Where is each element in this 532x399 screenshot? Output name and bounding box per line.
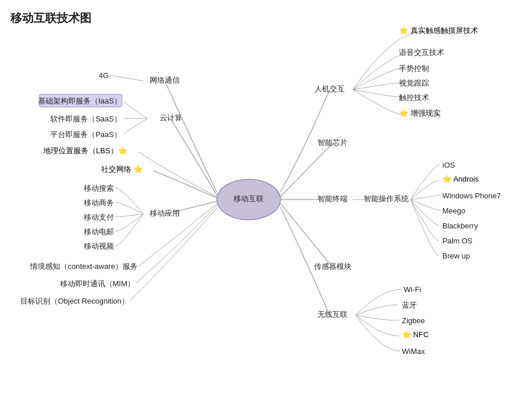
node-wifi: Wi-Fi <box>404 285 421 294</box>
node-context: 情境感知（context-aware）服务 <box>29 262 138 271</box>
node-chip: 智能芯片 <box>317 138 348 147</box>
node-palmos: Palm OS <box>442 237 472 245</box>
mindmap-diagram: 移动互联 人机交互 ⭐ 真实触感触摸屏技术 语音交互技术 手势控制 视觉跟踪 触… <box>0 0 532 399</box>
node-mobilepay: 移动支付 <box>84 213 114 221</box>
node-network: 网络通信 <box>150 76 180 84</box>
node-blackberry: Blackberry <box>442 221 478 230</box>
node-mobileapp: 移动应用 <box>150 209 180 217</box>
node-wimax: WiMax <box>402 347 425 356</box>
node-brewup: Brew up <box>442 252 470 260</box>
node-mobilevideo: 移动视频 <box>84 242 114 250</box>
node-lbs: 地理位置服务（LBS）⭐ <box>43 146 128 156</box>
node-mobilecommerce: 移动商务 <box>84 198 114 207</box>
node-ios: iOS <box>442 161 455 169</box>
node-iaas: 基础架构即服务（IaaS） <box>38 97 121 105</box>
node-zigbee: Zigbee <box>402 316 425 325</box>
node-zengjia: ⭐ 增强现实 <box>399 108 441 118</box>
node-sensor: 传感器模块 <box>314 262 352 271</box>
node-wireless: 无线互联 <box>317 310 348 319</box>
node-winphone: Windows Phone7 <box>442 191 501 200</box>
node-bluetooth: 蓝牙 <box>402 301 417 309</box>
node-terminal: 智能终端 <box>317 194 348 203</box>
node-cloud: 云计算 <box>160 113 182 122</box>
node-android: ⭐ Androis <box>442 174 479 184</box>
center-label: 移动互联 <box>234 194 264 203</box>
node-meego: Meego <box>442 206 466 215</box>
node-mobileemail: 移动电邮 <box>84 227 114 236</box>
node-social: 社交网络 ⭐ <box>101 164 143 174</box>
node-os: 智能操作系统 <box>364 194 409 203</box>
node-yuyin: 语音交互技术 <box>399 48 444 57</box>
node-objrec: 目标识别（Object Recognition） <box>20 297 129 305</box>
node-shoushi: 手势控制 <box>399 64 429 73</box>
node-4g: 4G <box>99 71 109 80</box>
node-paas: 平台即服务（PaaS） <box>50 130 121 139</box>
node-chukong: 触控技术 <box>399 93 429 102</box>
node-shijue: 视觉跟踪 <box>399 79 429 87</box>
node-mim: 移动即时通讯（MIM） <box>60 279 135 288</box>
node-renjiao: 人机交互 <box>315 84 345 93</box>
star-zhenshi: ⭐ 真实触感触摸屏技术 <box>399 25 478 35</box>
node-saas: 软件即服务（SaaS） <box>50 114 121 123</box>
node-mobilesearch: 移动搜索 <box>84 184 114 193</box>
node-nfc: ⭐ NFC <box>402 330 428 339</box>
